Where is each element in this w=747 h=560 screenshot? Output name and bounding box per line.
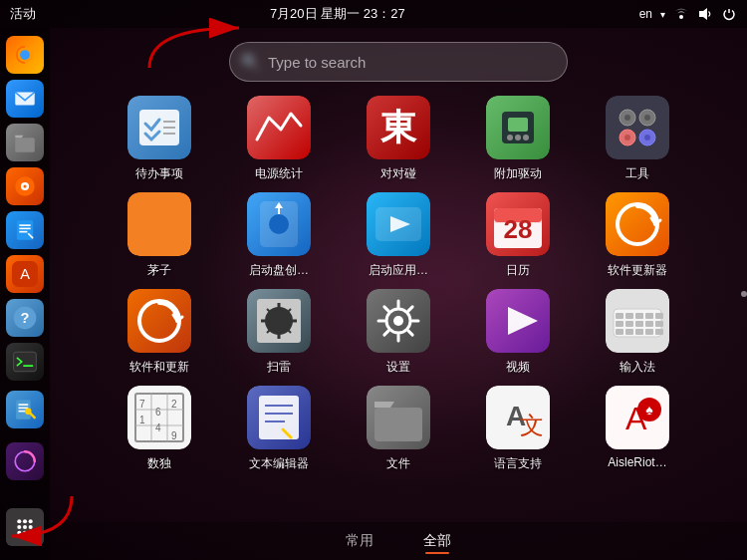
dock-icon-appstore[interactable]: A [6,255,44,293]
dock: A ? [0,28,50,560]
svg-text:?: ? [21,310,30,326]
search-container: 🔍 [229,42,568,82]
app-icon-updater [606,192,669,256]
app-label-mahjong: 对对碰 [380,165,416,182]
svg-rect-5 [15,138,35,152]
dock-icon-files[interactable] [6,124,44,161]
svg-text:A: A [20,266,30,282]
svg-rect-102 [625,321,633,327]
svg-rect-74 [127,289,191,353]
app-icon-drivers [486,96,550,159]
app-item-calendar[interactable]: 28日历 [468,192,568,279]
svg-rect-72 [606,192,669,256]
app-item-tools[interactable]: 工具 [588,96,687,182]
app-label-drivers: 附加驱动 [494,165,542,182]
app-item-mahjong[interactable]: 東对对碰 [349,96,448,182]
lang-indicator[interactable]: en [639,7,652,21]
svg-point-47 [507,135,513,140]
svg-point-3 [20,50,30,60]
arrow-grid-indicator [2,486,82,546]
svg-text:1: 1 [139,415,145,425]
svg-rect-98 [616,313,623,319]
app-label-lang: 语言支持 [494,455,542,472]
apps-grid: 待办事项电源统计東对对碰附加驱动工具茅子启动盘创…启动应用…28日历软件更新器软… [100,96,697,472]
svg-rect-12 [19,231,27,233]
app-icon-settings [367,289,430,353]
app-item-lang[interactable]: A文语言支持 [468,386,568,472]
app-label-tools: 工具 [625,165,649,182]
app-item-files[interactable]: 文件 [349,386,448,472]
app-item-video[interactable]: 视频 [468,289,568,376]
app-item-texteditor[interactable]: 文本编辑器 [229,386,329,472]
app-icon-power-stats [247,96,311,159]
dock-icon-gedit[interactable] [6,391,44,428]
svg-rect-104 [635,313,643,319]
app-item-茅子[interactable]: 茅子 [110,192,209,279]
svg-point-62 [269,214,289,234]
svg-rect-111 [655,321,663,327]
main-content: 🔍 待办事项电源统计東对对碰附加驱动工具茅子启动盘创…启动应用…28日历软件更新… [50,28,747,560]
svg-rect-10 [19,224,30,226]
dock-icon-email[interactable] [6,80,44,118]
app-icon-usb [247,192,311,256]
app-item-input[interactable]: 输入法 [588,289,687,376]
svg-rect-109 [645,329,653,335]
datetime: 7月20日 星期一 23：27 [270,5,405,23]
svg-rect-17 [14,352,37,372]
svg-rect-105 [635,321,643,327]
app-icon-aisle: A♠ [606,386,669,449]
app-item-updater[interactable]: 软件更新器 [588,192,687,279]
dock-icon-extra[interactable] [6,442,44,480]
app-item-usb[interactable]: 启动盘创… [229,192,329,279]
svg-rect-22 [19,411,26,413]
volume-icon [697,6,713,22]
dock-icon-terminal[interactable] [6,343,44,381]
dock-icon-firefox[interactable] [6,36,44,74]
app-label-updater: 软件更新器 [608,262,667,279]
svg-rect-46 [508,118,528,132]
app-item-minesweeper[interactable]: 扫雷 [229,289,329,376]
svg-text:文: 文 [520,412,544,438]
app-icon-sw-update [127,289,191,353]
app-label-minesweeper: 扫雷 [267,359,291,376]
app-label-files: 文件 [386,455,410,472]
app-label-startup: 启动应用… [369,262,428,279]
svg-rect-108 [645,321,653,327]
app-icon-video [486,289,550,353]
app-label-usb: 启动盘创… [249,262,309,279]
svg-point-0 [679,15,683,19]
svg-point-56 [644,115,650,121]
app-item-power-stats[interactable]: 电源统计 [229,96,329,182]
app-icon-calendar: 28 [486,192,550,256]
svg-rect-20 [19,404,29,406]
dock-icon-libreoffice-writer[interactable] [6,211,44,249]
svg-point-55 [624,115,630,121]
network-icon [673,6,689,22]
dock-icon-rhythmbox[interactable] [6,167,44,205]
app-item-aisle[interactable]: A♠AisleRiot… [588,386,687,472]
app-label-texteditor: 文本编辑器 [249,455,309,472]
svg-rect-11 [19,228,30,230]
app-item-startup[interactable]: 启动应用… [349,192,448,279]
app-item-settings[interactable]: 设置 [349,289,448,376]
app-label-video: 视频 [506,359,530,376]
svg-text:2: 2 [171,399,177,410]
dock-icon-help[interactable]: ? [6,299,44,337]
activities-button[interactable]: 活动 [10,5,36,23]
search-input[interactable] [229,42,568,82]
app-item-sw-update[interactable]: 软件和更新 [110,289,209,376]
app-label-茅子: 茅子 [147,262,171,279]
svg-rect-100 [616,329,623,335]
svg-rect-99 [616,321,623,327]
app-icon-tools [606,96,669,159]
svg-rect-101 [625,313,633,319]
app-item-todo[interactable]: 待办事项 [110,96,209,182]
svg-text:4: 4 [155,422,161,433]
power-icon[interactable] [721,6,737,22]
app-label-todo: 待办事项 [135,165,183,182]
app-item-sudoku[interactable]: 716429数独 [110,386,209,472]
app-icon-minesweeper [247,289,311,353]
app-item-drivers[interactable]: 附加驱动 [468,96,568,182]
app-label-power-stats: 电源统计 [255,165,303,182]
arrow-search-indicator [139,18,259,78]
